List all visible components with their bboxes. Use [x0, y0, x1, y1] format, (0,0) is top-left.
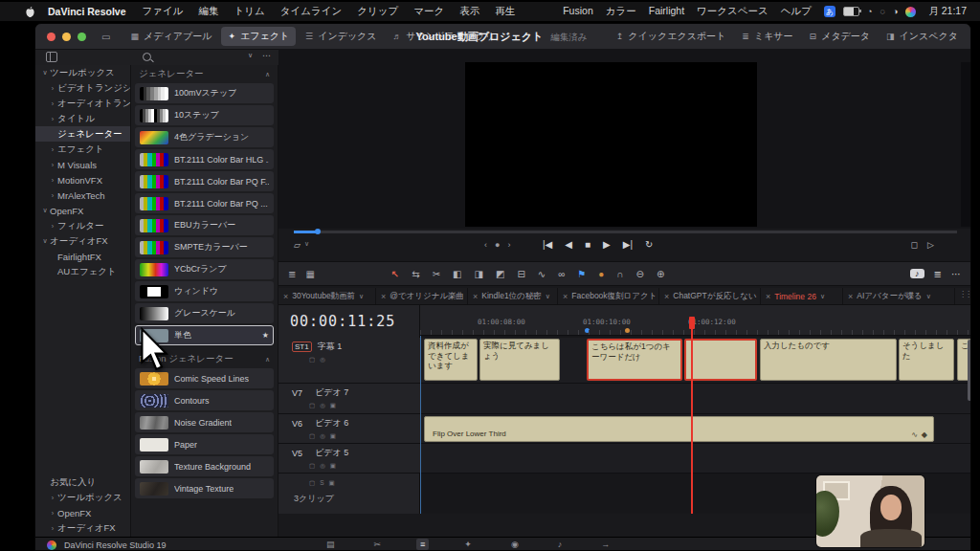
- close-icon[interactable]: ×: [848, 292, 853, 301]
- track-control-icon[interactable]: ▣: [330, 432, 336, 440]
- keyframe-icon[interactable]: ◆: [922, 430, 927, 439]
- viewer-scrub-bar[interactable]: [294, 231, 957, 233]
- stop-button[interactable]: ■: [585, 239, 590, 250]
- sidebar-item[interactable]: ›フィルター: [35, 218, 130, 233]
- generator-item[interactable]: 100mVステップ: [135, 83, 274, 103]
- clip-view-icon[interactable]: ▷: [927, 240, 934, 250]
- timeline-tab[interactable]: ×Facebook復刻ロアクト∨: [558, 288, 659, 304]
- panel-toggle-media-pool[interactable]: ▦メディアプール: [123, 27, 218, 46]
- minimize-window-button[interactable]: [62, 33, 71, 41]
- sidebar-item[interactable]: ›エフェクト: [35, 142, 130, 157]
- page-fairlight-icon[interactable]: ♪: [554, 539, 567, 550]
- track-control-icon[interactable]: ▣: [330, 402, 336, 409]
- menubar-item[interactable]: タイムライン: [280, 5, 342, 18]
- close-icon[interactable]: ×: [664, 292, 669, 301]
- apple-logo-icon[interactable]: [25, 6, 35, 18]
- track-control-icon[interactable]: ▢: [309, 479, 315, 487]
- close-icon[interactable]: ×: [381, 292, 386, 301]
- menubar-item[interactable]: マーク: [413, 5, 444, 18]
- insert-clip-icon[interactable]: ◧: [453, 269, 461, 279]
- scrub-playhead-dot[interactable]: [315, 229, 321, 234]
- track-header-v5[interactable]: V5ビデオ 5▢◎▣: [278, 444, 420, 474]
- panel-toggle-quick-export[interactable]: ↥クイックエクスポート: [610, 27, 733, 46]
- sidebar-item[interactable]: ›MotionVFX: [35, 172, 130, 187]
- timeline-tab[interactable]: ×Timeline 26∨: [761, 288, 843, 304]
- previous-clip-icon[interactable]: ‹: [484, 240, 487, 250]
- sidebar-item[interactable]: お気に入り: [35, 474, 130, 490]
- zoom-out-icon[interactable]: ⊖: [636, 269, 644, 279]
- panel-toggle-effects[interactable]: ✦エフェクト: [221, 27, 296, 46]
- generator-item[interactable]: Contours: [135, 390, 274, 410]
- menubar-item[interactable]: 表示: [459, 5, 479, 18]
- track-control-icon[interactable]: ▢: [309, 356, 315, 364]
- tab-grip-icon[interactable]: ⋮⋮: [955, 288, 971, 304]
- menubar-item[interactable]: トリム: [234, 5, 265, 18]
- loop-button[interactable]: ↻: [645, 239, 653, 250]
- subtitle-clip[interactable]: こちらは私が1つのキーワードだけ: [587, 339, 682, 381]
- sidebar-item[interactable]: ›タイトル: [35, 111, 130, 126]
- track-header-st1[interactable]: ST1字幕 1▢◎: [278, 338, 420, 384]
- chevron-down-icon[interactable]: ∨: [248, 52, 253, 59]
- compare-icon[interactable]: ⊟: [517, 269, 524, 279]
- generator-item[interactable]: Vintage Texture: [135, 478, 274, 498]
- menubar-item[interactable]: カラー: [606, 5, 636, 18]
- menubar-item[interactable]: 再生: [495, 5, 515, 18]
- subtitle-clip[interactable]: そうしました: [899, 339, 954, 381]
- panel-options-icon[interactable]: ⋯: [262, 51, 271, 60]
- generator-item[interactable]: Texture Background: [135, 456, 274, 476]
- track-lane-v5[interactable]: [420, 444, 971, 474]
- generator-item[interactable]: 4色グラデーション: [135, 127, 274, 147]
- menubar-clock[interactable]: 月 21:17: [928, 5, 967, 18]
- video-clip-flip-over-lower-third[interactable]: Flip Over Lower Third∿◆: [424, 416, 934, 442]
- generator-item[interactable]: 10ステップ: [135, 105, 274, 125]
- panel-toggle-index[interactable]: ☰インデックス: [299, 27, 383, 46]
- page-deliver-icon[interactable]: →: [597, 539, 613, 550]
- close-icon[interactable]: ×: [563, 292, 568, 301]
- track-control-icon[interactable]: ◎: [320, 402, 325, 409]
- track-control-icon[interactable]: ▣: [329, 479, 335, 487]
- timeline-layout-icon[interactable]: ▦: [305, 269, 314, 279]
- page-color-icon[interactable]: ◉: [507, 539, 523, 550]
- control-center-icon[interactable]: ◑: [893, 7, 898, 16]
- track-control-icon[interactable]: ▢: [309, 462, 315, 470]
- goto-start-button[interactable]: |◀: [543, 239, 552, 250]
- overwrite-clip-icon[interactable]: ◨: [474, 269, 482, 279]
- timeline-ruler[interactable]: 01:00:08:0001:00:10:0001:00:12:00: [420, 305, 971, 336]
- generator-item[interactable]: SMPTEカラーバー: [135, 237, 274, 257]
- wifi-icon[interactable]: ◔: [867, 7, 872, 16]
- marker-orange-icon[interactable]: [625, 328, 630, 333]
- page-media-icon[interactable]: ▤: [323, 539, 339, 550]
- timeline-tab[interactable]: ×Kindle1位の秘密∨: [468, 288, 558, 304]
- sidebar-item[interactable]: ∨オーディオFX: [35, 233, 130, 249]
- select-tool[interactable]: ↖: [391, 269, 399, 279]
- track-header-v6[interactable]: V6ビデオ 6▢◎▣: [278, 414, 420, 444]
- marker-blue-icon[interactable]: [585, 328, 590, 333]
- page-fusion-icon[interactable]: ✦: [460, 539, 476, 550]
- track-control-icon[interactable]: ◎: [320, 432, 325, 440]
- sidebar-item[interactable]: ›M Visuals: [35, 157, 130, 172]
- generator-item[interactable]: BT.2111 Color Bar PQ F...: [135, 171, 274, 191]
- track-control-icon[interactable]: ◎: [320, 356, 325, 364]
- panel-toggle-inspector[interactable]: ◨インスペクタ: [880, 27, 965, 46]
- track-control-icon[interactable]: ▢: [309, 432, 315, 440]
- generator-item[interactable]: Noise Gradient: [135, 412, 274, 432]
- zoom-window-button[interactable]: [78, 33, 86, 41]
- generator-item[interactable]: Comic Speed Lines: [135, 368, 274, 388]
- sidebar-item[interactable]: ›ビデオトランジシ...: [35, 80, 130, 96]
- toolbar-more-icon[interactable]: ⋯: [951, 269, 961, 279]
- generator-item[interactable]: ウィンドウ: [135, 281, 274, 301]
- retime-curve-icon[interactable]: ∿: [538, 269, 546, 279]
- sidebar-item[interactable]: ジェネレーター: [35, 126, 130, 142]
- chevron-up-icon[interactable]: ∧: [265, 71, 270, 78]
- panel-toggle-metadata[interactable]: ⊟メタデータ: [803, 27, 877, 46]
- subtitle-clip[interactable]: 資料作成ができてしまいます: [424, 339, 478, 381]
- chevron-up-icon[interactable]: ∧: [265, 356, 270, 364]
- timeline-tab[interactable]: ×@でオリジナル楽曲∨: [376, 288, 468, 304]
- close-icon[interactable]: ×: [473, 292, 478, 301]
- subtitle-clip[interactable]: 実際に見てみましょう: [479, 339, 560, 381]
- zoom-in-icon[interactable]: ⊕: [657, 269, 664, 279]
- generator-item[interactable]: BT.2111 Color Bar PQ ...: [135, 193, 274, 213]
- audio-monitor-icon[interactable]: ♪: [910, 269, 924, 278]
- menubar-item[interactable]: Fairlight: [649, 5, 684, 18]
- next-clip-icon[interactable]: ›: [507, 240, 510, 250]
